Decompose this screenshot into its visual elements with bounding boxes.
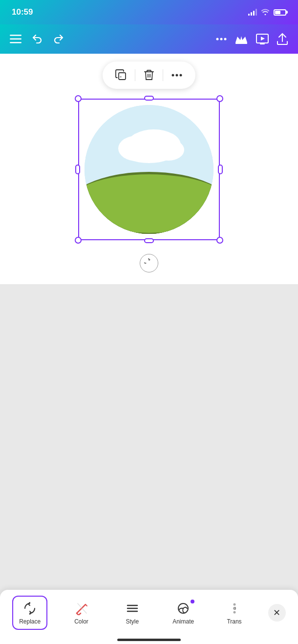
- status-icons: [248, 8, 286, 17]
- redo-button[interactable]: [53, 33, 64, 45]
- color-label: Color: [74, 618, 88, 625]
- wifi-icon: [261, 8, 270, 17]
- animate-dot: [191, 600, 194, 603]
- status-bar: 10:59: [0, 0, 298, 24]
- handle-left[interactable]: [75, 165, 80, 174]
- svg-point-20: [122, 140, 176, 163]
- style-tool[interactable]: Style: [115, 597, 149, 629]
- top-toolbar: [0, 24, 298, 54]
- trans-tool[interactable]: Trans: [217, 597, 252, 629]
- status-time: 10:59: [12, 7, 33, 17]
- svg-point-13: [180, 74, 182, 77]
- color-icon: [75, 601, 88, 616]
- divider: [135, 69, 135, 81]
- svg-rect-1: [10, 39, 21, 40]
- undo-button[interactable]: [31, 33, 43, 45]
- crown-button[interactable]: [234, 34, 248, 44]
- svg-rect-0: [10, 35, 21, 36]
- svg-point-3: [216, 38, 219, 41]
- svg-rect-6: [235, 42, 247, 44]
- handle-bottom[interactable]: [144, 238, 154, 243]
- illustration: [78, 99, 220, 240]
- home-bar: [117, 639, 181, 641]
- present-button[interactable]: [256, 34, 269, 44]
- battery-icon: [274, 9, 286, 16]
- svg-line-28: [77, 613, 79, 615]
- canvas-area: +: [0, 54, 298, 284]
- bottom-toolbar: Replace Color: [0, 590, 298, 634]
- trans-icon: [228, 601, 241, 616]
- more-button[interactable]: [216, 38, 227, 41]
- trans-label: Trans: [227, 618, 241, 625]
- svg-point-11: [172, 74, 174, 77]
- animate-label: Animate: [172, 618, 194, 625]
- svg-point-12: [176, 74, 178, 77]
- more-options-button[interactable]: [168, 66, 186, 84]
- menu-button[interactable]: [10, 35, 21, 43]
- svg-point-37: [233, 603, 235, 606]
- animate-icon: [176, 601, 190, 616]
- handle-top[interactable]: [144, 96, 154, 101]
- svg-line-26: [77, 604, 85, 613]
- color-tool[interactable]: Color: [64, 597, 99, 629]
- replace-icon: [23, 601, 37, 616]
- signal-icon: [248, 9, 257, 16]
- share-button[interactable]: [277, 33, 288, 45]
- rotate-handle[interactable]: [140, 254, 158, 272]
- handle-bottom-right[interactable]: [216, 237, 223, 244]
- style-icon: [126, 601, 139, 616]
- duplicate-button[interactable]: +: [112, 66, 130, 84]
- divider: [163, 69, 163, 81]
- empty-canvas: [0, 284, 298, 590]
- svg-point-39: [233, 611, 235, 614]
- handle-bottom-left[interactable]: [75, 237, 82, 244]
- close-icon: ✕: [273, 607, 280, 618]
- svg-point-5: [224, 38, 227, 41]
- delete-button[interactable]: [140, 66, 158, 84]
- svg-marker-8: [261, 37, 265, 41]
- svg-point-38: [233, 607, 235, 610]
- svg-point-25: [78, 174, 220, 233]
- svg-point-4: [220, 38, 223, 41]
- svg-text:+: +: [120, 75, 122, 79]
- selected-element[interactable]: [78, 99, 220, 240]
- home-indicator: [0, 634, 298, 644]
- handle-right[interactable]: [218, 165, 223, 174]
- action-bar: +: [103, 62, 195, 89]
- handle-top-right[interactable]: [216, 95, 223, 102]
- replace-tool[interactable]: Replace: [12, 596, 47, 630]
- handle-top-left[interactable]: [75, 95, 82, 102]
- close-button[interactable]: ✕: [268, 604, 286, 622]
- style-label: Style: [126, 618, 139, 625]
- replace-label: Replace: [19, 618, 41, 625]
- svg-rect-2: [10, 42, 21, 43]
- animate-tool[interactable]: Animate: [166, 597, 200, 629]
